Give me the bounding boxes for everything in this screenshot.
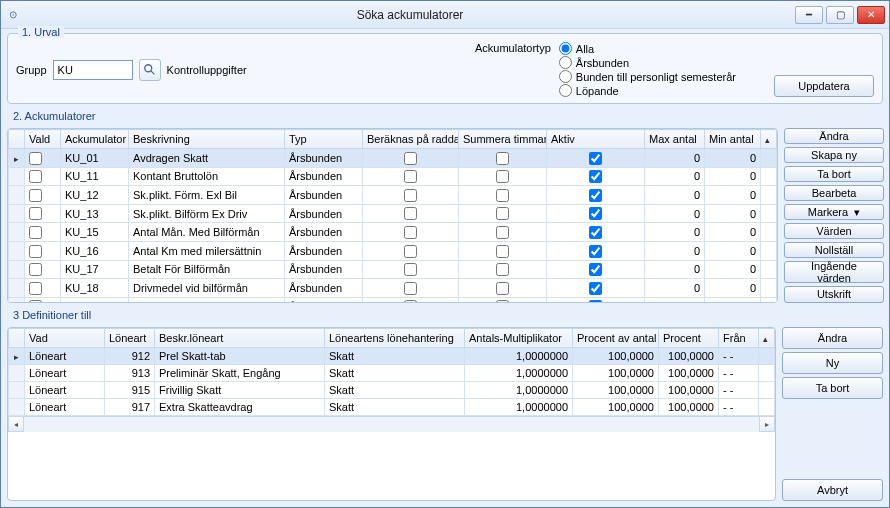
table-row[interactable]: Löneart917Extra SkatteavdragSkatt1,00000… <box>9 398 775 415</box>
uppdatera-button[interactable]: Uppdatera <box>774 75 874 97</box>
table-row[interactable]: KU_16Antal Km med milersättninÅrsbunden0… <box>9 241 777 260</box>
table-row[interactable]: KU_15Antal Mån. Med BilförmånÅrsbunden00 <box>9 223 777 242</box>
utskrift-button[interactable]: Utskrift <box>784 286 884 302</box>
aktiv-checkbox[interactable] <box>589 189 602 202</box>
vald-checkbox[interactable] <box>29 170 42 183</box>
maximize-button[interactable]: ▢ <box>826 6 854 24</box>
aktiv-checkbox[interactable] <box>589 300 602 301</box>
varden-button[interactable]: Värden <box>784 223 884 239</box>
radio-bunden[interactable]: Bunden till personligt semesterår <box>559 70 736 83</box>
sum-checkbox[interactable] <box>496 226 509 239</box>
minimize-button[interactable]: ━ <box>795 6 823 24</box>
radio-arsbunden[interactable]: Årsbunden <box>559 56 736 69</box>
ber-checkbox[interactable] <box>404 189 417 202</box>
sum-checkbox[interactable] <box>496 189 509 202</box>
col-mult[interactable]: Antals-Multiplikator <box>465 328 573 347</box>
andra-button[interactable]: Ändra <box>784 128 884 144</box>
lookup-button[interactable] <box>139 59 161 81</box>
scroll-right-icon[interactable]: ▸ <box>759 416 775 432</box>
table-row[interactable]: KU_20Kostn.ers Ej Kryss 50-56Årsbunden00 <box>9 297 777 301</box>
markera-button[interactable]: Markera ▾ <box>784 204 884 220</box>
vald-checkbox[interactable] <box>29 300 42 301</box>
close-button[interactable]: ✕ <box>857 6 885 24</box>
def-legend: 3 Definitioner till <box>7 307 883 323</box>
col-ack[interactable]: Ackumulator <box>61 130 129 149</box>
aktiv-checkbox[interactable] <box>589 152 602 165</box>
sum-checkbox[interactable] <box>496 300 509 301</box>
vald-checkbox[interactable] <box>29 189 42 202</box>
col-beskr-la[interactable]: Beskr.löneart <box>155 328 325 347</box>
vald-checkbox[interactable] <box>29 226 42 239</box>
aktiv-checkbox[interactable] <box>589 170 602 183</box>
def-andra-button[interactable]: Ändra <box>782 327 883 349</box>
nollstall-button[interactable]: Nollställ <box>784 242 884 258</box>
radio-lopande[interactable]: Löpande <box>559 84 736 97</box>
col-proc[interactable]: Procent <box>659 328 719 347</box>
aktiv-checkbox[interactable] <box>589 263 602 276</box>
sum-checkbox[interactable] <box>496 207 509 220</box>
table-row[interactable]: Löneart913Preliminär Skatt, EngångSkatt1… <box>9 364 775 381</box>
grupp-input[interactable] <box>53 60 133 80</box>
ingaende-button[interactable]: Ingående värden <box>784 261 884 283</box>
col-max[interactable]: Max antal <box>645 130 705 149</box>
skapa-ny-button[interactable]: Skapa ny <box>784 147 884 163</box>
vald-checkbox[interactable] <box>29 282 42 295</box>
aktiv-checkbox[interactable] <box>589 245 602 258</box>
col-procant[interactable]: Procent av antal <box>573 328 659 347</box>
aktiv-checkbox[interactable] <box>589 226 602 239</box>
cell-typ: Årsbunden <box>285 167 363 186</box>
ber-checkbox[interactable] <box>404 152 417 165</box>
col-hanter[interactable]: Löneartens lönehantering <box>325 328 465 347</box>
tabort-button[interactable]: Ta bort <box>784 166 884 182</box>
cell-beskr: Kostn.ers Ej Kryss 50-56 <box>129 297 285 301</box>
def-tabort-button[interactable]: Ta bort <box>782 377 883 399</box>
vald-checkbox[interactable] <box>29 152 42 165</box>
ber-checkbox[interactable] <box>404 226 417 239</box>
table-row[interactable]: ▸Löneart912Prel Skatt-tabSkatt1,00000001… <box>9 347 775 364</box>
ber-checkbox[interactable] <box>404 300 417 301</box>
aktiv-checkbox[interactable] <box>589 282 602 295</box>
cell-hant: Skatt <box>325 364 465 381</box>
col-vad[interactable]: Vad <box>25 328 105 347</box>
vald-checkbox[interactable] <box>29 207 42 220</box>
table-row[interactable]: KU_13Sk.plikt. Bilförm Ex DrivÅrsbunden0… <box>9 204 777 223</box>
radio-alla[interactable]: Alla <box>559 42 736 55</box>
ack-grid[interactable]: Vald Ackumulator Beskrivning Typ Beräkna… <box>7 128 778 303</box>
table-row[interactable]: ▸KU_01Avdragen SkattÅrsbunden00 <box>9 149 777 168</box>
col-berakn[interactable]: Beräknas på raddat <box>363 130 459 149</box>
table-row[interactable]: KU_18Drivmedel vid bilförmånÅrsbunden00 <box>9 279 777 298</box>
def-grid[interactable]: Vad Löneart Beskr.löneart Löneartens lön… <box>7 327 776 502</box>
sum-checkbox[interactable] <box>496 170 509 183</box>
avbryt-button[interactable]: Avbryt <box>782 479 883 501</box>
sum-checkbox[interactable] <box>496 245 509 258</box>
col-summera[interactable]: Summera timmar <box>459 130 547 149</box>
ber-checkbox[interactable] <box>404 207 417 220</box>
col-min[interactable]: Min antal <box>705 130 761 149</box>
h-scrollbar[interactable]: ◂ ▸ <box>8 416 775 432</box>
table-row[interactable]: Löneart915Frivillig SkattSkatt1,00000001… <box>9 381 775 398</box>
scroll-up-icon[interactable]: ▴ <box>759 328 775 347</box>
table-row[interactable]: KU_11Kontant BruttolönÅrsbunden00 <box>9 167 777 186</box>
def-ny-button[interactable]: Ny <box>782 352 883 374</box>
col-fran[interactable]: Från <box>719 328 759 347</box>
vald-checkbox[interactable] <box>29 245 42 258</box>
col-beskr[interactable]: Beskrivning <box>129 130 285 149</box>
ber-checkbox[interactable] <box>404 245 417 258</box>
ber-checkbox[interactable] <box>404 263 417 276</box>
ber-checkbox[interactable] <box>404 170 417 183</box>
col-vald[interactable]: Vald <box>25 130 61 149</box>
vald-checkbox[interactable] <box>29 263 42 276</box>
col-loneart[interactable]: Löneart <box>105 328 155 347</box>
bearbeta-button[interactable]: Bearbeta <box>784 185 884 201</box>
col-typ[interactable]: Typ <box>285 130 363 149</box>
aktiv-checkbox[interactable] <box>589 207 602 220</box>
col-aktiv[interactable]: Aktiv <box>547 130 645 149</box>
scroll-left-icon[interactable]: ◂ <box>8 416 24 432</box>
table-row[interactable]: KU_17Betalt För BilförmånÅrsbunden00 <box>9 260 777 279</box>
table-row[interactable]: KU_12Sk.plikt. Förm. Exl BilÅrsbunden00 <box>9 186 777 205</box>
sum-checkbox[interactable] <box>496 152 509 165</box>
scroll-up-icon[interactable]: ▴ <box>761 130 777 149</box>
ber-checkbox[interactable] <box>404 282 417 295</box>
sum-checkbox[interactable] <box>496 282 509 295</box>
sum-checkbox[interactable] <box>496 263 509 276</box>
